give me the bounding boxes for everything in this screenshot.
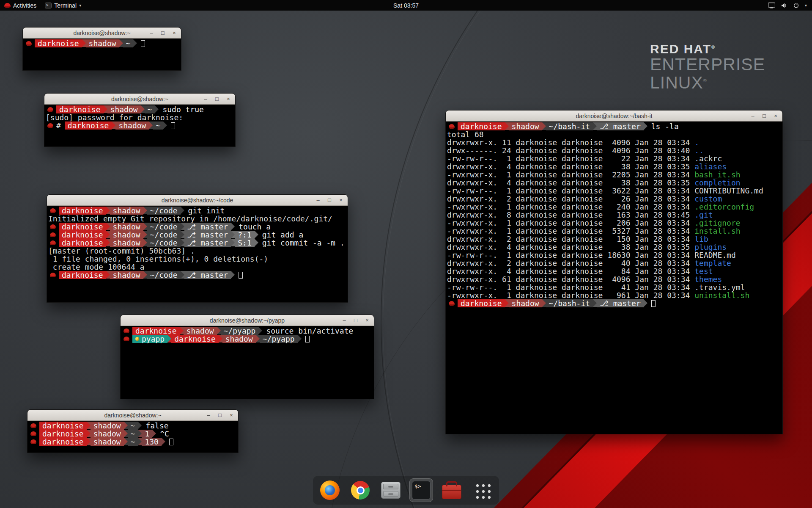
powerline-separator-icon [138,430,142,437]
window-titlebar[interactable]: darknoise@shadow:~/pyapp–□× [121,315,374,326]
output-text: uninstall.sh [694,291,749,299]
powerline-separator-icon [138,422,142,429]
output-text: . [694,138,699,146]
maximize-icon[interactable]: □ [353,318,359,323]
close-icon[interactable]: × [228,412,234,418]
minimize-icon[interactable]: – [148,30,154,36]
output-text: -rwxrwxr-x. 1 darknoise darknoise 5327 J… [447,227,694,235]
powerline-separator-icon [106,207,110,214]
window-title: darknoise@shadow:~ [111,96,168,102]
maximize-icon[interactable]: □ [761,113,767,119]
terminal-content[interactable]: darknoiseshadow~/bash-it⎇ masterls -lato… [446,121,782,307]
prompt-segment: ~ [153,121,163,130]
window-titlebar[interactable]: darknoise@shadow:~/code–□× [47,195,348,206]
output-text: -rw-rw-r--. 1 darknoise darknoise 22 Jan… [447,155,694,163]
output-line: [sudo] password for darknoise: [46,113,235,121]
firefox-dock-icon[interactable] [318,478,342,502]
redhat-prompt-icon [449,124,455,129]
clock[interactable]: Sat 03:57 [389,0,423,11]
power-icon [793,2,799,8]
prompt-segment: shadow [509,299,542,307]
activities-button[interactable]: Activities [0,0,41,11]
powerline-separator-icon [181,223,184,230]
command-text: ^C [160,430,169,438]
terminal-window[interactable]: darknoise@shadow:~/code–□×darknoiseshado… [47,194,348,303]
output-text: test [694,267,713,275]
powerline-separator-icon [124,422,128,429]
terminal-window[interactable]: darknoise@shadow:~–□×darknoiseshadow~ [22,27,181,71]
powerline-separator-icon [87,430,91,437]
prompt-line: darknoiseshadow~/code⎇ mastertouch a [48,223,348,231]
minimize-icon[interactable]: – [206,412,211,418]
window-titlebar[interactable]: darknoise@shadow:~–□× [23,28,181,39]
maximize-icon[interactable]: □ [160,30,166,36]
terminal-content[interactable]: darknoiseshadow~sudo true[sudo] password… [44,105,235,130]
terminal-content[interactable]: darknoiseshadow~/pyappsource bin/activat… [121,326,374,343]
window-titlebar[interactable]: darknoise@shadow:~–□× [44,94,235,105]
powerline-separator-icon [112,121,115,129]
minimize-icon[interactable]: – [750,113,756,119]
app-menu-terminal[interactable]: >_ Terminal ▾ [41,0,85,11]
output-line: drwxrwxr-x. 2 darknoise darknoise 40 Jan… [447,259,782,267]
maximize-icon[interactable]: □ [217,412,223,418]
terminal-window[interactable]: darknoise@shadow:~–□×darknoiseshadow~fal… [27,409,239,453]
window-titlebar[interactable]: darknoise@shadow:~–□× [27,410,238,421]
powerline-separator-icon [505,299,509,307]
prompt-line: darknoiseshadow~/bash-it⎇ masterls -la [447,122,782,130]
close-icon[interactable]: × [225,96,231,102]
output-text: .ackrc [694,155,722,163]
output-line: drwxrwxr-x. 4 darknoise darknoise 38 Jan… [447,163,782,171]
minimize-icon[interactable]: – [203,96,208,102]
window-title: darknoise@shadow:~/bash-it [576,113,652,119]
app-grid-dock-icon[interactable] [470,478,494,502]
top-bar: Activities >_ Terminal ▾ Sat 03:57 ▾ [0,0,812,11]
close-icon[interactable]: × [338,197,344,203]
prompt-segment: ~ [128,430,138,438]
terminal-content[interactable]: darknoiseshadow~ [23,39,181,47]
registered-mark: ® [711,44,716,50]
powerline-separator-icon [143,223,147,230]
output-text: -rw-rw-r--. 1 darknoise darknoise 3622 J… [447,187,694,195]
redhat-prompt-icon [123,329,129,333]
window-controls: –□× [315,195,344,205]
output-line: -rwxrwxr-x. 1 darknoise darknoise 240 Ja… [447,203,782,211]
output-text: -rw-rw-r--. 1 darknoise darknoise 18630 … [447,251,694,259]
maximize-icon[interactable]: □ [214,96,220,102]
powerline-separator-icon [542,299,546,307]
prompt-segment: darknoise [59,231,106,239]
maximize-icon[interactable]: □ [326,197,332,203]
powerline-separator-icon [149,121,153,129]
output-line: -rw-rw-r--. 1 darknoise darknoise 3622 J… [447,187,782,195]
prompt-segment: ~/code [147,239,181,247]
output-line: -rw-rw-r--. 1 darknoise darknoise 41 Jan… [447,283,782,291]
files-dock-icon[interactable] [379,478,403,502]
output-text: CONTRIBUTING.md [694,187,763,195]
powerline-separator-icon [167,335,171,342]
terminal-content[interactable]: darknoiseshadow~falsedarknoiseshadow~1^C… [27,421,238,446]
close-icon[interactable]: × [171,30,177,36]
terminal-icon: $> [412,481,431,500]
powerline-separator-icon [255,231,258,238]
toolbox-dock-icon[interactable] [440,478,464,502]
terminal-window[interactable]: darknoise@shadow:~/pyapp–□×darknoiseshad… [120,315,374,399]
powerline-separator-icon [152,430,156,437]
close-icon[interactable]: × [364,318,370,323]
terminal-content[interactable]: darknoiseshadow~/codegit initInitialized… [47,206,348,279]
terminal-window[interactable]: darknoise@shadow:~/bash-it–□×darknoisesh… [445,110,783,434]
minimize-icon[interactable]: – [315,197,321,203]
output-text: drwxrwxr-x. 61 darknoise darknoise 4096 … [447,275,694,283]
chrome-dock-icon[interactable] [348,478,372,502]
terminal-cursor [141,40,145,47]
close-icon[interactable]: × [773,113,779,119]
terminal-app-icon: >_ [45,3,52,8]
output-line: -rw-rw-r--. 1 darknoise darknoise 18630 … [447,251,782,259]
window-titlebar[interactable]: darknoise@shadow:~/bash-it–□× [446,110,782,121]
terminal-window[interactable]: darknoise@shadow:~–□×darknoiseshadow~sud… [44,93,236,147]
root-indicator: # [56,121,61,130]
terminal-dock-icon[interactable]: $> [409,478,433,502]
prompt-segment: ⎇ master [597,122,644,130]
output-line: drwxrwxr-x. 4 darknoise darknoise 38 Jan… [447,243,782,251]
system-status-area[interactable]: ▾ [768,0,812,11]
minimize-icon[interactable]: – [341,318,347,323]
brand-line1: RED HAT [650,42,711,56]
